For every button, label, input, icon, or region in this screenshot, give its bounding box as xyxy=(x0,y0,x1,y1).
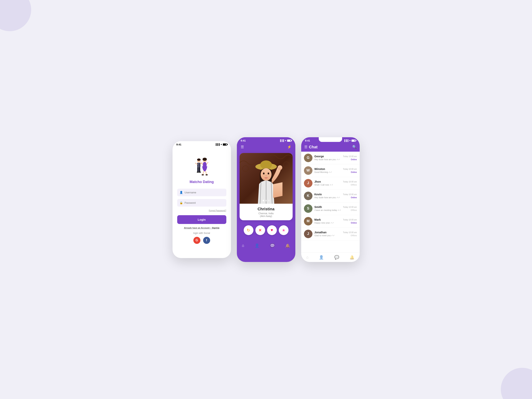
svg-rect-13 xyxy=(197,167,199,172)
chat-time: Today 10:00 am xyxy=(343,168,357,170)
superlike-button[interactable]: ★ xyxy=(279,225,289,235)
chat-preview: Happy new year ✓✓ xyxy=(314,222,334,224)
login-status-bar: 9:41 ▐▐▐ ▾ xyxy=(172,141,231,147)
avatar-image: W xyxy=(304,166,312,175)
chat-preview: Shall i Call now ✓✓ xyxy=(314,184,333,186)
chat-list-item[interactable]: G George Today 10:00 am Hey dude how are… xyxy=(301,152,360,164)
svg-point-30 xyxy=(278,165,282,170)
home-nav-icon[interactable]: ⌂ xyxy=(242,243,244,248)
chat-phone: 9:41 ▐▐▐ ▾ ☰ Chat 🔍 xyxy=(301,137,360,262)
chat-notch xyxy=(319,137,342,142)
profile-card: Christina Chennai, India (4km Away) xyxy=(240,153,293,220)
chat-info: Jonathan Today 10:00 am Glad to meet you… xyxy=(314,231,357,237)
wifi-icon: ▾ xyxy=(285,139,286,142)
chat-title: Chat xyxy=(309,145,317,149)
chat-top-row: Smith Today 10:00 am xyxy=(314,205,357,209)
contact-name: Smith xyxy=(314,205,322,209)
profile-status-icons: ▐▐▐ ▾ xyxy=(279,139,291,142)
login-button[interactable]: Login xyxy=(177,215,226,224)
social-icons: G f xyxy=(193,237,210,244)
chat-list-item[interactable]: J Jhon Today 10:00 am Shall i Call now ✓… xyxy=(301,177,360,190)
dislike-button[interactable]: ✕ xyxy=(255,225,265,235)
contact-name: Jhon xyxy=(314,180,321,183)
chat-info: Jhon Today 10:00 am Shall i Call now ✓✓ … xyxy=(314,180,357,186)
contact-name: Kevin xyxy=(314,193,322,196)
chat-info: Kevin Today 10:00 am Hey dude how are yo… xyxy=(314,193,357,199)
chat-search-icon[interactable]: 🔍 xyxy=(352,145,357,149)
chat-avatar: G xyxy=(304,154,312,162)
chat-avatar: S xyxy=(304,204,312,213)
chat-top-row: Mark Today 10:00 am xyxy=(314,218,357,221)
notifications-nav-icon[interactable]: 🔔 xyxy=(285,243,290,248)
chat-avatar: W xyxy=(304,166,312,175)
contact-name: George xyxy=(314,155,324,158)
chat-nav-icon[interactable]: 💬 xyxy=(334,255,339,260)
chat-info: George Today 10:00 am Hey dude how are y… xyxy=(314,155,357,161)
facebook-button[interactable]: f xyxy=(203,237,210,244)
hamburger-menu-icon[interactable]: ☰ xyxy=(241,145,244,149)
avatar-image: M xyxy=(304,217,312,226)
username-group: 👤 xyxy=(177,189,226,196)
forgot-password-link[interactable]: Forgot Password? xyxy=(209,209,226,212)
battery-icon xyxy=(287,139,291,142)
svg-point-24 xyxy=(261,168,272,181)
contact-status: Online xyxy=(351,171,357,173)
chat-time: Today 10:00 am xyxy=(343,155,357,158)
profile-nav-icon[interactable]: 👤 xyxy=(319,255,324,260)
refresh-button[interactable]: ↻ xyxy=(244,225,253,235)
signal-icon: ▐▐▐ xyxy=(215,143,220,146)
profile-image xyxy=(240,153,293,204)
notifications-nav-icon[interactable]: 🔔 xyxy=(349,255,355,260)
google-button[interactable]: G xyxy=(193,237,200,244)
chat-preview: Hey dude how are you ✓✓ xyxy=(314,158,340,161)
chat-menu-icon[interactable]: ☰ xyxy=(304,145,307,149)
avatar-image: S xyxy=(304,204,312,213)
dot-2 xyxy=(265,200,267,201)
chat-time: Today 10:00 am xyxy=(343,206,357,208)
chat-list-item[interactable]: S Smith Today 10:00 am i have an meeting… xyxy=(301,202,360,215)
contact-name: Winston xyxy=(314,167,325,171)
login-time: 9:41 xyxy=(177,143,182,146)
svg-rect-14 xyxy=(199,167,200,172)
svg-point-10 xyxy=(197,158,201,161)
chat-time: Today 10:00 am xyxy=(343,231,357,234)
profile-time: 9:41 xyxy=(241,139,246,142)
login-status-icons: ▐▐▐ ▾ xyxy=(215,143,227,146)
contact-name: Jonathan xyxy=(314,231,327,234)
avatar-image: J xyxy=(304,230,312,238)
chat-nav-icon[interactable]: 💬 xyxy=(270,243,275,248)
chat-top-row: Kevin Today 10:00 am xyxy=(314,193,357,196)
chat-list-item[interactable]: M Mark Today 10:00 am Happy new year ✓✓ … xyxy=(301,215,360,228)
social-label: login with Social xyxy=(193,232,210,234)
like-button[interactable]: ♥ xyxy=(267,225,277,235)
chat-list-item[interactable]: J Jonathan Today 10:00 am Glad to meet y… xyxy=(301,228,360,240)
login-content: Matcho Dating 👤 🔒 Forgot Password? Login… xyxy=(172,147,231,257)
signup-link[interactable]: Already have an Account – SignUp xyxy=(184,227,220,229)
chat-list-item[interactable]: W Winston Today 10:00 am Good Morning ✓✓… xyxy=(301,164,360,177)
chat-phone-inner: 9:41 ▐▐▐ ▾ ☰ Chat 🔍 xyxy=(301,137,360,262)
svg-point-25 xyxy=(263,172,265,174)
password-input[interactable] xyxy=(177,199,226,207)
chat-bottom-row: Good Morning ✓✓ Online xyxy=(314,171,357,173)
chat-status-icons: ▐▐▐ ▾ xyxy=(344,139,355,142)
contact-name: Mark xyxy=(314,218,321,221)
filter-icon[interactable]: ⚡ xyxy=(287,145,291,149)
username-input[interactable] xyxy=(177,189,226,196)
chat-time: 9:41 xyxy=(305,139,310,142)
wifi-icon: ▾ xyxy=(221,143,222,146)
avatar-image: J xyxy=(304,179,312,188)
svg-point-23 xyxy=(260,160,272,169)
chat-avatar: J xyxy=(304,230,312,238)
home-nav-icon[interactable]: ⌂ xyxy=(306,255,309,260)
app-illustration xyxy=(190,155,214,178)
chat-top-row: Winston Today 10:00 am xyxy=(314,167,357,171)
svg-line-6 xyxy=(206,171,206,174)
chat-list-item[interactable]: K Kevin Today 10:00 am Hey dude how are … xyxy=(301,190,360,202)
svg-line-4 xyxy=(207,162,208,164)
svg-point-1 xyxy=(203,158,207,161)
image-pagination-dots xyxy=(263,200,270,201)
chat-title-area: ☰ Chat xyxy=(304,145,317,149)
profile-bottom-nav: ⌂ 👤 💬 🔔 xyxy=(237,241,295,250)
profile-nav-icon[interactable]: 👤 xyxy=(255,243,260,248)
chat-info: Smith Today 10:00 am i have an meeting t… xyxy=(314,205,357,211)
